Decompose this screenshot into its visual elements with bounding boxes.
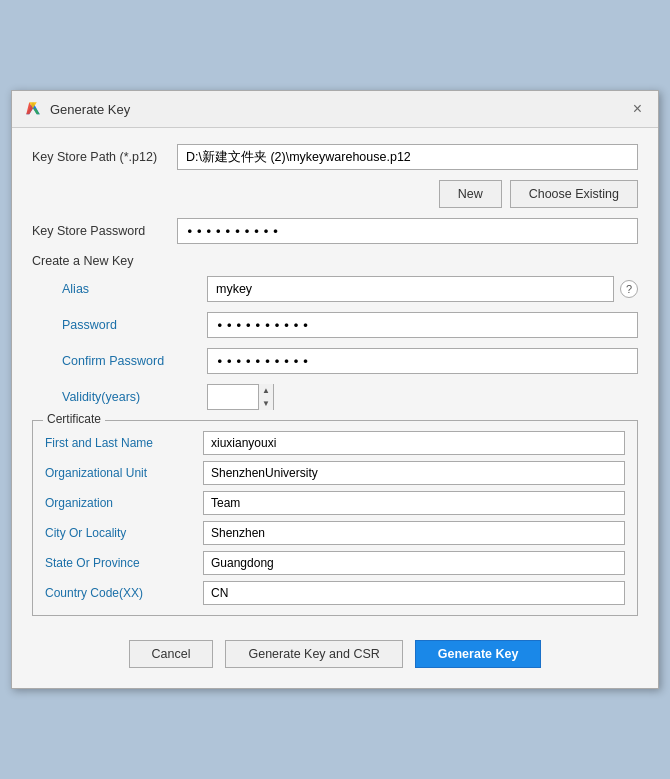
keystore-path-input-wrap — [177, 144, 638, 170]
cert-country-input[interactable] — [203, 581, 625, 605]
footer-buttons: Cancel Generate Key and CSR Generate Key — [32, 630, 638, 672]
alias-label: Alias — [62, 282, 207, 296]
validity-input-area: 25 ▲ ▼ — [207, 384, 638, 410]
cert-org-label: Organization — [45, 496, 203, 510]
cert-org-unit-input[interactable] — [203, 461, 625, 485]
password-label: Password — [62, 318, 207, 332]
keystore-path-row: Key Store Path (*.p12) — [32, 144, 638, 170]
cert-country-label: Country Code(XX) — [45, 586, 203, 600]
generate-key-button[interactable]: Generate Key — [415, 640, 542, 668]
password-input[interactable] — [207, 312, 638, 338]
keystore-password-input[interactable] — [177, 218, 638, 244]
cert-first-last-row: First and Last Name — [45, 431, 625, 455]
dialog-title: Generate Key — [50, 102, 130, 117]
keystore-btn-row: New Choose Existing — [32, 180, 638, 208]
validity-decrement-button[interactable]: ▼ — [259, 397, 273, 410]
validity-spinner-wrap: 25 ▲ ▼ — [207, 384, 274, 410]
alias-help-icon[interactable]: ? — [620, 280, 638, 298]
choose-existing-button[interactable]: Choose Existing — [510, 180, 638, 208]
certificate-legend: Certificate — [43, 412, 105, 426]
validity-input[interactable]: 25 — [208, 385, 258, 409]
new-key-section-label: Create a New Key — [32, 254, 638, 268]
validity-spinner: ▲ ▼ — [258, 384, 273, 410]
new-button[interactable]: New — [439, 180, 502, 208]
cert-org-row: Organization — [45, 491, 625, 515]
keystore-path-input[interactable] — [177, 144, 638, 170]
keystore-path-label: Key Store Path (*.p12) — [32, 150, 177, 164]
cert-org-input[interactable] — [203, 491, 625, 515]
close-button[interactable]: × — [629, 99, 646, 119]
confirm-password-label: Confirm Password — [62, 354, 207, 368]
title-bar-left: Generate Key — [24, 100, 130, 118]
cert-org-unit-label: Organizational Unit — [45, 466, 203, 480]
validity-increment-button[interactable]: ▲ — [259, 384, 273, 397]
alias-input-wrap: ? — [207, 276, 638, 302]
cert-state-input[interactable] — [203, 551, 625, 575]
app-logo — [24, 100, 42, 118]
cert-first-last-label: First and Last Name — [45, 436, 203, 450]
cert-state-row: State Or Province — [45, 551, 625, 575]
confirm-password-row: Confirm Password — [32, 348, 638, 374]
validity-row: Validity(years) 25 ▲ ▼ — [32, 384, 638, 410]
svg-marker-2 — [33, 108, 40, 114]
alias-input[interactable] — [207, 276, 614, 302]
validity-label: Validity(years) — [62, 390, 207, 404]
cert-city-label: City Or Locality — [45, 526, 203, 540]
confirm-password-input[interactable] — [207, 348, 638, 374]
keystore-password-label: Key Store Password — [32, 224, 177, 238]
cert-first-last-input[interactable] — [203, 431, 625, 455]
cert-city-input[interactable] — [203, 521, 625, 545]
cert-state-label: State Or Province — [45, 556, 203, 570]
keystore-password-row: Key Store Password — [32, 218, 638, 244]
certificate-group: Certificate First and Last Name Organiza… — [32, 420, 638, 616]
generate-key-csr-button[interactable]: Generate Key and CSR — [225, 640, 402, 668]
password-row: Password — [32, 312, 638, 338]
cancel-button[interactable]: Cancel — [129, 640, 214, 668]
generate-key-dialog: Generate Key × Key Store Path (*.p12) Ne… — [11, 90, 659, 689]
cert-country-row: Country Code(XX) — [45, 581, 625, 605]
cert-city-row: City Or Locality — [45, 521, 625, 545]
title-bar: Generate Key × — [12, 91, 658, 128]
cert-org-unit-row: Organizational Unit — [45, 461, 625, 485]
dialog-content: Key Store Path (*.p12) New Choose Existi… — [12, 128, 658, 688]
alias-row: Alias ? — [32, 276, 638, 302]
